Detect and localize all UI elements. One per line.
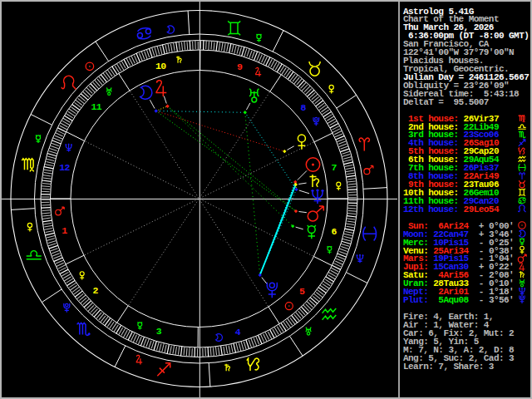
svg-text:3: 3 bbox=[156, 326, 162, 337]
svg-text:11: 11 bbox=[91, 101, 102, 112]
svg-text:- 3°56': - 3°56' bbox=[479, 295, 514, 305]
svg-text:12: 12 bbox=[59, 162, 70, 173]
svg-text:1: 1 bbox=[62, 225, 67, 236]
svg-text:5: 5 bbox=[299, 286, 305, 297]
svg-text:9: 9 bbox=[237, 62, 243, 72]
svg-text:Learn: 7, Share: 3: Learn: 7, Share: 3 bbox=[403, 362, 495, 372]
svg-text:5Aqu08: 5Aqu08 bbox=[433, 295, 469, 305]
svg-text:6: 6 bbox=[331, 226, 337, 237]
svg-text:DeltaT = 95.5007: DeltaT = 95.5007 bbox=[403, 97, 489, 107]
svg-text:8: 8 bbox=[300, 102, 306, 113]
svg-text:12th house:: 12th house: bbox=[403, 204, 459, 214]
svg-text:10: 10 bbox=[155, 61, 166, 71]
svg-text:7: 7 bbox=[332, 162, 337, 173]
svg-text:4: 4 bbox=[235, 327, 241, 337]
svg-text:29Leo54: 29Leo54 bbox=[464, 204, 500, 214]
svg-text:Plut:: Plut: bbox=[403, 295, 428, 305]
svg-text:2: 2 bbox=[92, 285, 98, 296]
